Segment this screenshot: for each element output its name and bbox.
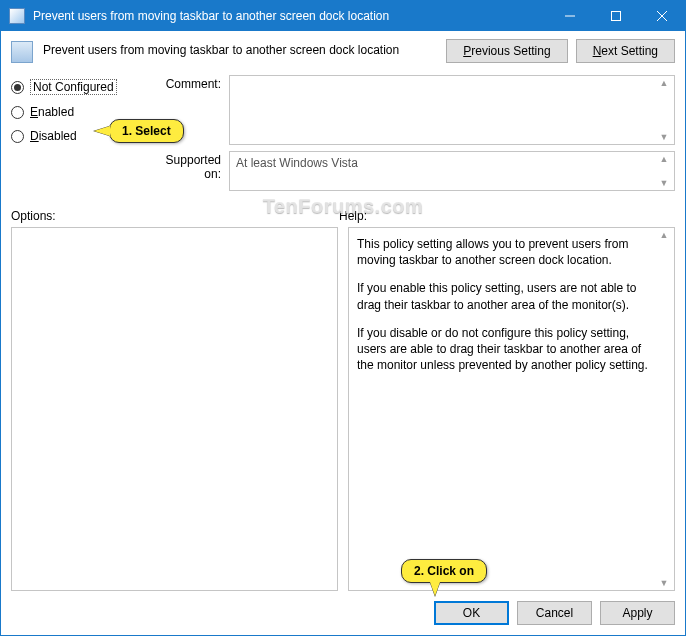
scroll-down-icon: ▼: [656, 578, 672, 588]
radio-dot-icon: [11, 130, 24, 143]
comment-label: Comment:: [149, 75, 229, 91]
radio-label: Enabled: [30, 105, 74, 119]
scroll-up-icon: ▲: [656, 78, 672, 88]
titlebar: Prevent users from moving taskbar to ano…: [1, 1, 685, 31]
supported-textarea: At least Windows Vista ▲▼: [229, 151, 675, 191]
comment-row: Comment: ▲▼: [149, 75, 675, 145]
policy-icon: [11, 41, 33, 63]
svg-rect-0: [612, 12, 621, 21]
panels: This policy setting allows you to preven…: [11, 227, 675, 591]
fields: Comment: ▲▼ Supported on: At least Windo…: [149, 75, 675, 197]
help-paragraph: This policy setting allows you to preven…: [357, 236, 654, 268]
previous-setting-button[interactable]: Previous Setting: [446, 39, 567, 63]
nav-buttons: Previous Setting Next Setting: [446, 39, 675, 63]
scrollbar[interactable]: ▲▼: [656, 78, 672, 142]
supported-row: Supported on: At least Windows Vista ▲▼: [149, 151, 675, 191]
radio-dot-icon: [11, 106, 24, 119]
app-icon: [9, 8, 25, 24]
dialog-content: Prevent users from moving taskbar to ano…: [1, 31, 685, 635]
options-label: Options:: [11, 209, 339, 223]
dialog-title: Prevent users from moving taskbar to ano…: [43, 39, 436, 57]
supported-label: Supported on:: [149, 151, 229, 181]
radio-label: Not Configured: [30, 79, 117, 95]
scrollbar[interactable]: ▲▼: [656, 154, 672, 188]
help-panel: This policy setting allows you to preven…: [348, 227, 675, 591]
footer-buttons: OK Cancel Apply: [11, 601, 675, 625]
scrollbar[interactable]: ▲▼: [656, 230, 672, 588]
options-panel: [11, 227, 338, 591]
close-button[interactable]: [639, 1, 685, 31]
maximize-button[interactable]: [593, 1, 639, 31]
header-row: Prevent users from moving taskbar to ano…: [11, 39, 675, 63]
help-paragraph: If you disable or do not configure this …: [357, 325, 654, 374]
comment-textarea[interactable]: ▲▼: [229, 75, 675, 145]
radio-label: Disabled: [30, 129, 77, 143]
ok-button[interactable]: OK: [434, 601, 509, 625]
radio-not-configured[interactable]: Not Configured: [11, 79, 141, 95]
scroll-down-icon: ▼: [656, 178, 672, 188]
radio-dot-icon: [11, 81, 24, 94]
annotation-callout-select: 1. Select: [109, 119, 184, 143]
radio-enabled[interactable]: Enabled: [11, 105, 141, 119]
window-controls: [547, 1, 685, 31]
apply-button[interactable]: Apply: [600, 601, 675, 625]
scroll-down-icon: ▼: [656, 132, 672, 142]
minimize-button[interactable]: [547, 1, 593, 31]
help-label: Help:: [339, 209, 367, 223]
next-setting-button[interactable]: Next Setting: [576, 39, 675, 63]
help-paragraph: If you enable this policy setting, users…: [357, 280, 654, 312]
cancel-button[interactable]: Cancel: [517, 601, 592, 625]
annotation-callout-click: 2. Click on: [401, 559, 487, 583]
panel-labels: Options: Help:: [11, 209, 675, 223]
window-title: Prevent users from moving taskbar to ano…: [33, 9, 547, 23]
scroll-up-icon: ▲: [656, 154, 672, 164]
scroll-up-icon: ▲: [656, 230, 672, 240]
